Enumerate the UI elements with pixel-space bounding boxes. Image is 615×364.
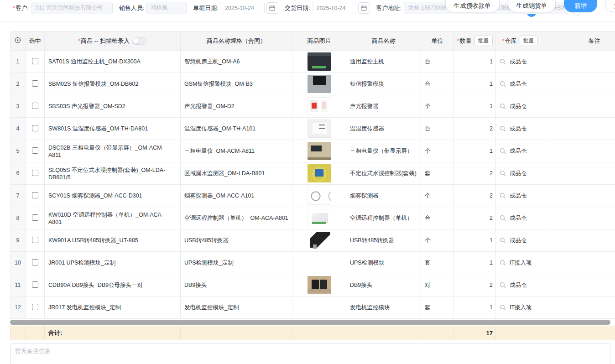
- remarks-textarea[interactable]: [10, 343, 610, 364]
- remark-cell[interactable]: [544, 252, 615, 274]
- product-cell[interactable]: SAT01S 通用监控主机_OM-DX300A: [45, 51, 181, 73]
- quantity-cell[interactable]: 1: [454, 51, 496, 73]
- search-icon[interactable]: [500, 125, 506, 132]
- order-date-input[interactable]: [221, 2, 265, 14]
- copy-button[interactable]: 复制: [605, 0, 615, 12]
- search-icon[interactable]: [500, 148, 506, 154]
- spec-cell[interactable]: DB9接头: [181, 274, 292, 296]
- calendar-icon[interactable]: [266, 2, 278, 14]
- remark-cell[interactable]: [544, 296, 615, 319]
- warehouse-cell[interactable]: 成品仓: [496, 51, 544, 73]
- search-icon[interactable]: [500, 170, 506, 177]
- search-icon[interactable]: [500, 58, 506, 65]
- warehouse-cell[interactable]: 成品仓: [496, 207, 544, 229]
- row-checkbox[interactable]: [32, 237, 38, 243]
- calendar-icon[interactable]: [358, 2, 370, 14]
- product-cell[interactable]: KW010D 空调远程控制器（单机）_OM-ACA-A801: [45, 207, 181, 229]
- product-cell[interactable]: SCY01S 烟雾探测器_OM-ACC-D301: [45, 185, 181, 207]
- search-icon[interactable]: [500, 237, 506, 244]
- product-cell[interactable]: SW801S 温湿度传感器_OM-TH-DA801: [45, 118, 181, 140]
- product-image[interactable]: [308, 52, 331, 71]
- add-new-button[interactable]: 新增: [564, 0, 597, 12]
- remark-cell[interactable]: [544, 229, 615, 252]
- quantity-cell[interactable]: 1: [454, 95, 496, 118]
- spec-cell[interactable]: 智慧机房主机_OM-A6: [181, 51, 292, 73]
- quantity-cell[interactable]: 1: [454, 296, 496, 319]
- spec-cell[interactable]: 温湿度传感器_OM-TH-A101: [181, 118, 292, 140]
- warehouse-cell[interactable]: IT接入项: [496, 296, 544, 319]
- search-icon[interactable]: [500, 103, 506, 109]
- remark-cell[interactable]: [544, 95, 615, 118]
- row-checkbox[interactable]: [32, 147, 38, 154]
- row-checkbox[interactable]: [32, 281, 38, 288]
- spec-cell[interactable]: 空调远程控制器（单机）_OM-ACA-A801: [181, 207, 292, 229]
- warehouse-cell[interactable]: 成品仓: [496, 229, 544, 252]
- quantity-cell[interactable]: 2: [454, 207, 496, 229]
- product-image[interactable]: [308, 209, 331, 227]
- warehouse-cell[interactable]: 成品仓: [496, 185, 544, 207]
- product-image[interactable]: [308, 276, 331, 294]
- quantity-batch-button[interactable]: 批量: [474, 36, 493, 46]
- quantity-cell[interactable]: 1: [454, 229, 496, 252]
- spec-cell[interactable]: GSM短信报警模块_OM-B3: [181, 73, 292, 95]
- generate-sales-order-button[interactable]: 生成销货单: [508, 0, 556, 12]
- row-checkbox[interactable]: [32, 214, 38, 221]
- quantity-cell[interactable]: 1: [454, 252, 496, 274]
- warehouse-cell[interactable]: IT接入项: [496, 252, 544, 274]
- product-cell[interactable]: JR001 UPS检测模块_定制: [45, 252, 181, 274]
- product-image[interactable]: [308, 164, 331, 182]
- spec-cell[interactable]: 三相电量仪_OM-ACM-A811: [181, 140, 292, 162]
- spec-cell[interactable]: UPS检测模块_定制: [181, 252, 292, 274]
- row-checkbox[interactable]: [32, 192, 38, 198]
- product-cell[interactable]: JR017 发电机监控模块_定制: [45, 296, 181, 319]
- product-image[interactable]: [308, 142, 331, 160]
- remark-cell[interactable]: [544, 51, 615, 73]
- quantity-cell[interactable]: 2: [454, 185, 496, 207]
- search-icon[interactable]: [500, 282, 506, 288]
- spec-cell[interactable]: 发电机监控模块_定制: [181, 296, 292, 319]
- spec-cell[interactable]: 声光报警器_OM-D2: [181, 95, 292, 118]
- warehouse-cell[interactable]: 成品仓: [496, 274, 544, 296]
- row-checkbox[interactable]: [32, 58, 38, 64]
- product-cell[interactable]: KW901A USB转485转换器_UT-885: [45, 229, 181, 252]
- horizontal-scrollbar[interactable]: [10, 320, 610, 325]
- spec-cell[interactable]: USB转485转换器: [181, 229, 292, 252]
- warehouse-cell[interactable]: 成品仓: [496, 162, 544, 185]
- warehouse-cell[interactable]: 成品仓: [496, 118, 544, 140]
- scan-toggle[interactable]: [132, 37, 147, 45]
- quantity-cell[interactable]: 2: [454, 118, 496, 140]
- remark-cell[interactable]: [544, 162, 615, 185]
- row-checkbox[interactable]: [32, 80, 38, 87]
- spec-cell[interactable]: 烟雾探测器_OM-ACC-A101: [181, 185, 292, 207]
- search-icon[interactable]: [500, 192, 506, 199]
- warehouse-cell[interactable]: 成品仓: [496, 140, 544, 162]
- product-image[interactable]: [308, 231, 331, 250]
- product-cell[interactable]: DSC02B 三相电量仪（带显示屏）_OM-ACM-A811: [45, 140, 181, 162]
- quantity-cell[interactable]: 1: [454, 140, 496, 162]
- product-cell[interactable]: CDB90A DB9接头_DB9公母接头一对: [45, 274, 181, 296]
- row-checkbox[interactable]: [32, 103, 38, 109]
- remark-cell[interactable]: [544, 118, 615, 140]
- warehouse-cell[interactable]: 成品仓: [496, 95, 544, 118]
- product-image[interactable]: [308, 75, 331, 93]
- row-checkbox[interactable]: [32, 125, 38, 131]
- row-checkbox[interactable]: [32, 259, 38, 265]
- gear-icon[interactable]: [14, 36, 21, 44]
- quantity-cell[interactable]: 1: [454, 73, 496, 95]
- delivery-date-input[interactable]: [313, 2, 356, 14]
- remark-cell[interactable]: [544, 185, 615, 207]
- search-icon[interactable]: [500, 304, 506, 311]
- search-icon[interactable]: [500, 81, 506, 87]
- remark-cell[interactable]: [544, 140, 615, 162]
- warehouse-batch-button[interactable]: 批量: [520, 36, 538, 46]
- product-image[interactable]: [308, 120, 331, 138]
- product-cell[interactable]: SBM02S 短信报警模块_OM-DB602: [45, 73, 181, 95]
- generate-advance-receipt-button[interactable]: 生成预收款单: [445, 0, 500, 12]
- warehouse-cell[interactable]: 成品仓: [496, 73, 544, 95]
- quantity-cell[interactable]: 2: [454, 162, 496, 185]
- product-cell[interactable]: SBS03S 声光报警器_OM-SD2: [45, 95, 181, 118]
- remark-cell[interactable]: [544, 207, 615, 229]
- quantity-cell[interactable]: 2: [454, 274, 496, 296]
- row-checkbox[interactable]: [32, 304, 38, 310]
- product-cell[interactable]: SLQ05S 不定位式水浸控制器(套装)_OM-LDA-DB601/5: [45, 162, 181, 185]
